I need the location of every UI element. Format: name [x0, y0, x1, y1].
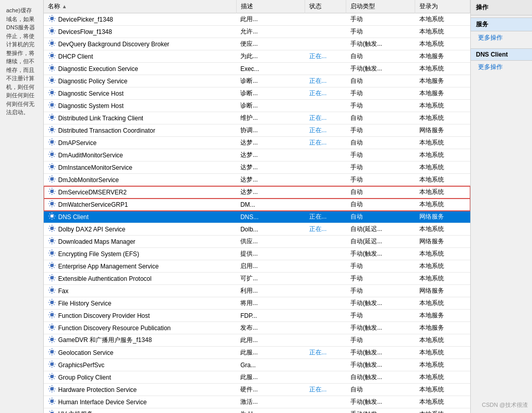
service-name-cell: Function Discovery Provider Host [44, 310, 188, 321]
service-icon [48, 39, 56, 47]
service-name-cell: DmInstanceMonitorService [44, 161, 188, 173]
table-row[interactable]: Enterprise App Management Service 启用...手… [44, 260, 470, 273]
service-status-cell [305, 174, 346, 186]
service-status-cell [305, 408, 346, 414]
table-row[interactable]: Fax 利用...手动网络服务 [44, 285, 470, 297]
service-icon [48, 76, 56, 86]
table-row[interactable]: HV 主机服务 为 H...手动(触发...本地系统 [44, 408, 470, 414]
service-name-cell: GraphicsPerfSvc [44, 359, 188, 371]
service-desc-cell: Exec... [236, 63, 305, 75]
col-header-name[interactable]: 名称 ▲ [44, 0, 236, 13]
service-desc-cell: Dolb... [236, 223, 305, 236]
service-name-label: DHCP Client [58, 53, 93, 60]
table-row[interactable]: DmServiceDMSERVER2 达梦...自动本地系统 [44, 186, 470, 199]
service-name-cell: Function Discovery Resource Publication [44, 322, 188, 334]
service-login-cell: 本地系统 [415, 297, 470, 310]
services-more-actions-link[interactable]: 更多操作 [471, 31, 532, 44]
service-status-cell [305, 273, 346, 285]
table-row[interactable]: Diagnostic System Host 诊断...手动本地系统 [44, 100, 470, 112]
service-icon [48, 385, 56, 394]
service-icon [48, 360, 56, 370]
col-header-desc[interactable]: 描述 [236, 0, 305, 13]
service-name-label: File History Service [58, 300, 111, 307]
svg-point-31 [50, 400, 54, 403]
table-row[interactable]: DevicesFlow_f1348 允许...手动本地系统 [44, 26, 470, 38]
svg-point-3 [50, 54, 54, 57]
table-row[interactable]: Group Policy Client 此服...自动(触发...本地系统 [44, 371, 470, 384]
service-desc-cell: 诊断... [236, 100, 305, 112]
service-status-cell [305, 38, 346, 50]
service-startup-cell: 手动 [346, 285, 415, 297]
service-name-label: Function Discovery Resource Publication [58, 325, 171, 332]
table-row[interactable]: Diagnostic Policy Service 诊断...正在...自动本地… [44, 75, 470, 87]
table-row[interactable]: DmJobMonitorService 达梦...手动本地系统 [44, 174, 470, 186]
table-row[interactable]: DNS Client DNS...正在...自动网络服务 [44, 211, 470, 223]
table-row[interactable]: Downloaded Maps Manager 供应...自动(延迟...网络服… [44, 236, 470, 248]
service-login-cell: 本地系统 [415, 260, 470, 273]
table-row[interactable]: DmWatcherServiceGRP1 DM...自动本地系统 [44, 199, 470, 211]
service-startup-cell: 手动 [346, 149, 415, 161]
service-name-label: DmInstanceMonitorService [58, 164, 132, 171]
table-row[interactable]: Function Discovery Resource Publication … [44, 322, 470, 334]
service-desc-cell: 允许... [236, 26, 305, 38]
services-table-container[interactable]: 名称 ▲ 描述 状态 启动类型 登录为 DevicePicker_f1348 此… [44, 0, 470, 413]
service-name-label: DmServiceDMSERVER2 [58, 189, 127, 196]
table-row[interactable]: DevQuery Background Discovery Broker 便应.… [44, 38, 470, 50]
service-status-cell [305, 186, 346, 199]
table-row[interactable]: Diagnostic Service Host 诊断...正在...手动本地服务 [44, 87, 470, 100]
table-row[interactable]: DevicePicker_f1348 此用...手动本地系统 [44, 13, 470, 26]
service-name-label: Enterprise App Management Service [58, 263, 158, 270]
table-row[interactable]: Distributed Link Tracking Client 维护...正在… [44, 112, 470, 124]
table-row[interactable]: DmInstanceMonitorService 达梦...手动本地系统 [44, 161, 470, 174]
table-row[interactable]: File History Service 将用...手动(触发...本地系统 [44, 297, 470, 310]
dns-more-actions-link[interactable]: 更多操作 [471, 61, 532, 74]
table-row[interactable]: GraphicsPerfSvc Gra...手动(触发...本地系统 [44, 359, 470, 371]
service-name-label: Encrypting File System (EFS) [58, 250, 139, 258]
table-row[interactable]: Geolocation Service 此服...正在...手动(触发...本地… [44, 347, 470, 359]
table-row[interactable]: DHCP Client 为此...正在...自动本地服务 [44, 50, 470, 63]
service-login-cell: 本地系统 [415, 223, 470, 236]
service-desc-cell: 此服... [236, 347, 305, 359]
service-icon [48, 372, 56, 382]
service-icon [48, 224, 56, 232]
col-header-startup[interactable]: 启动类型 [346, 0, 415, 13]
col-header-status[interactable]: 状态 [305, 0, 346, 13]
service-icon [48, 385, 56, 393]
table-row[interactable]: Distributed Transaction Coordinator 协调..… [44, 124, 470, 137]
svg-point-9 [50, 128, 54, 131]
svg-point-14 [50, 190, 54, 193]
service-login-cell: 本地系统 [415, 408, 470, 414]
service-icon [48, 187, 56, 195]
service-icon [48, 163, 56, 172]
service-status-cell [305, 149, 346, 161]
right-actions-panel: 操作 服务 更多操作 DNS Client 更多操作 [470, 0, 532, 413]
service-icon [48, 286, 56, 296]
service-startup-cell: 手动 [346, 161, 415, 174]
service-desc-cell: FDP... [236, 310, 305, 322]
table-row[interactable]: GameDVR 和广播用户服务_f1348 此用...手动本地系统 [44, 334, 470, 347]
table-row[interactable]: Extensible Authentication Protocol 可扩...… [44, 273, 470, 285]
service-desc-cell: 达梦... [236, 161, 305, 174]
service-icon [48, 249, 56, 259]
table-row[interactable]: Human Interface Device Service 激活...手动(触… [44, 396, 470, 408]
table-row[interactable]: Dolby DAX2 API Service Dolb...正在...自动(延迟… [44, 223, 470, 236]
table-row[interactable]: DmAuditMonitorService 达梦...手动本地系统 [44, 149, 470, 161]
table-row[interactable]: Hardware Protection Service 硬件...正在...自动… [44, 384, 470, 396]
service-name-label: Dolby DAX2 API Service [58, 226, 126, 233]
table-row[interactable]: DmAPService 达梦...正在...自动本地系统 [44, 137, 470, 149]
service-name-cell: GameDVR 和广播用户服务_f1348 [44, 334, 188, 346]
service-startup-cell: 手动(触发... [346, 63, 415, 75]
service-startup-cell: 手动 [346, 87, 415, 100]
table-row[interactable]: Function Discovery Provider Host FDP...手… [44, 310, 470, 322]
col-header-login[interactable]: 登录为 [415, 0, 470, 13]
service-icon [48, 125, 56, 134]
svg-point-4 [50, 66, 54, 69]
service-name-cell: Dolby DAX2 API Service [44, 223, 188, 235]
table-row[interactable]: Diagnostic Execution Service Exec...手动(触… [44, 63, 470, 75]
service-name-cell: DmAuditMonitorService [44, 149, 188, 161]
service-icon [48, 360, 56, 368]
service-name-label: Diagnostic System Host [58, 102, 123, 110]
service-icon [48, 237, 56, 246]
table-row[interactable]: Encrypting File System (EFS) 提供...手动(触发.… [44, 248, 470, 260]
service-name-label: DevicesFlow_f1348 [58, 28, 112, 35]
